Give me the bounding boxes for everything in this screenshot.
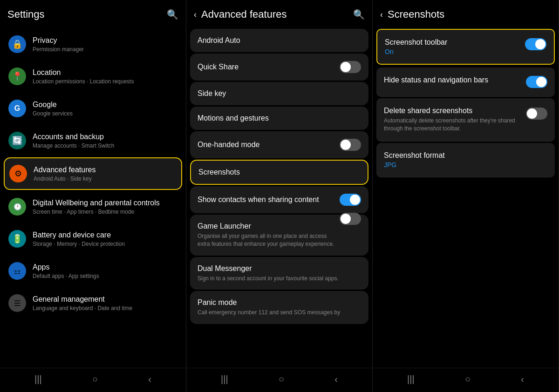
android-auto-item[interactable]: Android Auto — [190, 29, 368, 52]
home-button[interactable]: ○ — [92, 374, 98, 385]
side-key-item[interactable]: Side key — [190, 82, 368, 105]
game-launcher-knob — [341, 214, 351, 224]
advanced-panel-title: Advanced features — [201, 8, 348, 20]
game-launcher-title: Game Launcher — [198, 222, 340, 230]
game-launcher-item[interactable]: Game Launcher Organise all your games al… — [190, 215, 368, 256]
search-icon[interactable]: 🔍 — [167, 9, 178, 20]
one-handed-toggle[interactable] — [340, 139, 361, 151]
hide-status-item[interactable]: Hide status and navigation bars — [376, 68, 555, 97]
hide-status-knob — [536, 77, 546, 87]
screenshot-toolbar-title: Screenshot toolbar — [385, 38, 519, 47]
screenshots-text: Screenshots — [198, 168, 360, 176]
screenshots-back-nav-button[interactable]: ‹ — [521, 374, 524, 385]
screenshot-toolbar-text: Screenshot toolbar On — [385, 38, 519, 55]
dual-messenger-subtitle: Sign in to a second account in your favo… — [198, 275, 361, 283]
location-text: Location Location permissions · Location… — [33, 68, 177, 85]
screenshot-toolbar-knob — [535, 39, 545, 49]
panic-mode-item[interactable]: Panic mode Call emergency number 112 and… — [190, 291, 368, 324]
screenshots-back-button[interactable]: ‹ — [380, 10, 383, 20]
advanced-back-nav-button[interactable]: ‹ — [334, 374, 338, 385]
screenshots-title: Screenshots — [198, 168, 360, 176]
advanced-home-button[interactable]: ○ — [279, 374, 284, 385]
show-contacts-knob — [350, 195, 360, 205]
screenshot-format-text: Screenshot format JPG — [384, 151, 547, 169]
screenshots-item[interactable]: Screenshots — [190, 160, 368, 185]
accounts-subtitle: Manage accounts · Smart Switch — [33, 142, 177, 149]
location-item[interactable]: 📍 Location Location permissions · Locati… — [4, 61, 182, 92]
advanced-text: Advanced features Android Auto · Side ke… — [34, 165, 177, 182]
quick-share-text: Quick Share — [198, 63, 340, 71]
hide-status-toggle[interactable] — [526, 76, 547, 88]
one-handed-item[interactable]: One-handed mode — [190, 131, 368, 158]
advanced-icon: ⚙ — [9, 165, 27, 182]
battery-text: Battery and device care Storage · Memory… — [33, 230, 177, 248]
quick-share-toggle[interactable] — [340, 61, 361, 73]
advanced-panel: ‹ Advanced features 🔍 Android Auto Quick… — [186, 0, 373, 392]
screenshot-toolbar-item[interactable]: Screenshot toolbar On — [376, 29, 555, 65]
accounts-item[interactable]: 🔄 Accounts and backup Manage accounts · … — [4, 125, 182, 156]
accounts-title: Accounts and backup — [33, 132, 177, 142]
game-launcher-subtitle: Organise all your games all in one place… — [198, 232, 340, 248]
hide-status-text: Hide status and navigation bars — [384, 76, 520, 84]
one-handed-title: One-handed mode — [198, 141, 340, 149]
settings-header: Settings 🔍 — [0, 0, 186, 27]
privacy-icon: 🔒 — [8, 35, 26, 53]
advanced-search-icon[interactable]: 🔍 — [353, 9, 365, 20]
quick-share-item[interactable]: Quick Share — [190, 54, 368, 81]
privacy-text: Privacy Permission manager — [33, 36, 177, 53]
general-text: General management Language and keyboard… — [33, 295, 177, 312]
apps-text: Apps Default apps · App settings — [33, 263, 177, 280]
dual-messenger-title: Dual Messenger — [198, 264, 361, 273]
wellbeing-text: Digital Wellbeing and parental controls … — [33, 198, 177, 216]
battery-subtitle: Storage · Memory · Device protection — [33, 241, 177, 247]
wellbeing-item[interactable]: 🕐 Digital Wellbeing and parental control… — [4, 191, 182, 222]
panic-mode-text: Panic mode Call emergency number 112 and… — [198, 298, 361, 317]
back-button[interactable]: ‹ — [148, 374, 151, 385]
show-contacts-title: Show contacts when sharing content — [198, 196, 340, 204]
battery-icon: 🔋 — [8, 230, 26, 248]
dual-messenger-text: Dual Messenger Sign in to a second accou… — [198, 264, 361, 283]
google-title: Google — [33, 100, 177, 110]
delete-shared-item[interactable]: Delete shared screenshots Automatically … — [376, 98, 555, 142]
android-auto-text: Android Auto — [198, 36, 361, 45]
general-item[interactable]: ☰ General management Language and keyboa… — [4, 288, 182, 318]
privacy-subtitle: Permission manager — [33, 46, 177, 53]
screenshot-format-item[interactable]: Screenshot format JPG — [376, 143, 555, 177]
delete-shared-subtitle: Automatically delete screenshots after t… — [384, 117, 520, 133]
google-item[interactable]: G Google Google services — [4, 93, 182, 124]
show-contacts-toggle[interactable] — [340, 194, 361, 206]
battery-item[interactable]: 🔋 Battery and device care Storage · Memo… — [4, 223, 182, 254]
advanced-item[interactable]: ⚙ Advanced features Android Auto · Side … — [4, 157, 182, 190]
google-subtitle: Google services — [33, 110, 177, 117]
game-launcher-toggle[interactable] — [340, 213, 361, 225]
general-title: General management — [33, 295, 177, 304]
accounts-text: Accounts and backup Manage accounts · Sm… — [33, 132, 177, 149]
motions-item[interactable]: Motions and gestures — [190, 107, 368, 130]
screenshots-panel-title: Screenshots — [388, 8, 551, 20]
screenshot-format-value: JPG — [384, 161, 547, 169]
accounts-icon: 🔄 — [8, 132, 26, 149]
quick-share-knob — [341, 62, 351, 72]
privacy-title: Privacy — [33, 36, 177, 46]
screenshot-toolbar-value: On — [385, 48, 519, 55]
screenshot-toolbar-toggle[interactable] — [525, 38, 546, 50]
recent-apps-button[interactable]: ||| — [34, 374, 42, 385]
dual-messenger-item[interactable]: Dual Messenger Sign in to a second accou… — [190, 257, 368, 290]
advanced-title: Advanced features — [34, 165, 177, 175]
advanced-header: ‹ Advanced features 🔍 — [186, 0, 372, 27]
advanced-back-button[interactable]: ‹ — [194, 10, 197, 20]
show-contacts-item[interactable]: Show contacts when sharing content — [190, 186, 368, 213]
apps-title: Apps — [33, 263, 177, 272]
screenshots-recent-button[interactable]: ||| — [407, 374, 415, 385]
delete-shared-text: Delete shared screenshots Automatically … — [384, 107, 520, 133]
panic-mode-title: Panic mode — [198, 298, 361, 307]
advanced-bottom-nav: ||| ○ ‹ — [186, 368, 372, 392]
delete-shared-toggle[interactable] — [526, 108, 547, 120]
screenshots-home-button[interactable]: ○ — [465, 374, 470, 385]
google-icon: G — [8, 100, 26, 117]
apps-item[interactable]: ⚏ Apps Default apps · App settings — [4, 256, 182, 286]
panic-mode-subtitle: Call emergency number 112 and send SOS m… — [198, 309, 361, 317]
screenshots-panel: ‹ Screenshots Screenshot toolbar On Hide… — [373, 0, 559, 392]
advanced-recent-button[interactable]: ||| — [221, 374, 228, 385]
privacy-item[interactable]: 🔒 Privacy Permission manager — [4, 29, 182, 60]
